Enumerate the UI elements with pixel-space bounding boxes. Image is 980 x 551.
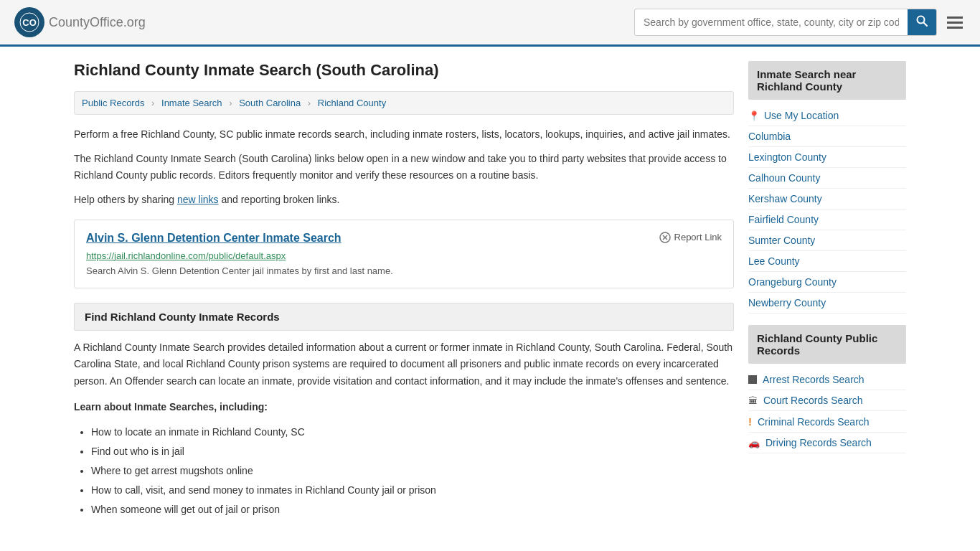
sidebar-arrest-records: Arrest Records Search xyxy=(748,369,906,390)
logo-icon: CO xyxy=(14,7,44,37)
bullet-list: How to locate an inmate in Richland Coun… xyxy=(91,425,734,517)
sidebar-item-kershaw-county: Kershaw County xyxy=(748,189,906,209)
sidebar-item-lexington-county: Lexington County xyxy=(748,147,906,168)
driving-icon: 🚗 xyxy=(748,438,760,448)
sidebar-public-records-links: Arrest Records Search 🏛 Court Records Se… xyxy=(748,369,906,453)
link-card: Alvin S. Glenn Detention Center Inmate S… xyxy=(74,220,734,288)
link-card-description: Search Alvin S. Glenn Detention Center j… xyxy=(86,265,722,276)
sidebar-item-fairfield-county: Fairfield County xyxy=(748,209,906,230)
court-icon: 🏛 xyxy=(748,395,758,406)
arrest-icon xyxy=(748,375,757,384)
sidebar-item-sumter-county: Sumter County xyxy=(748,230,906,251)
content-area: Richland County Inmate Search (South Car… xyxy=(74,61,734,522)
sidebar: Inmate Search near Richland County 📍 Use… xyxy=(748,61,906,522)
breadcrumb-richland-county[interactable]: Richland County xyxy=(318,98,386,108)
page-title: Richland County Inmate Search (South Car… xyxy=(74,61,734,80)
logo-area: CO CountyOffice.org xyxy=(14,7,146,37)
sidebar-nearby-title: Inmate Search near Richland County xyxy=(748,61,906,100)
sidebar-nearby-links: 📍 Use My Location Columbia Lexington Cou… xyxy=(748,105,906,314)
svg-line-3 xyxy=(923,22,927,26)
location-pin-icon: 📍 xyxy=(748,110,760,121)
list-item: How to locate an inmate in Richland Coun… xyxy=(91,425,734,440)
list-item: How to call, visit, and send money to in… xyxy=(91,483,734,498)
breadcrumb-south-carolina[interactable]: South Carolina xyxy=(239,98,301,108)
sidebar-criminal-records: ! Criminal Records Search xyxy=(748,411,906,433)
report-icon xyxy=(659,232,671,243)
list-item: When someone will get out of jail or pri… xyxy=(91,502,734,517)
breadcrumb: Public Records › Inmate Search › South C… xyxy=(74,91,734,115)
page-header: CO CountyOffice.org xyxy=(0,0,980,47)
sidebar-item-lee-county: Lee County xyxy=(748,251,906,272)
sidebar-driving-records: 🚗 Driving Records Search xyxy=(748,433,906,453)
link-card-title[interactable]: Alvin S. Glenn Detention Center Inmate S… xyxy=(86,232,341,245)
description-para2: The Richland County Inmate Search (South… xyxy=(74,151,734,183)
link-card-url[interactable]: https://jail.richlandonline.com/public/d… xyxy=(86,250,722,261)
main-container: Richland County Inmate Search (South Car… xyxy=(60,47,920,536)
breadcrumb-public-records[interactable]: Public Records xyxy=(82,98,144,108)
list-item: Find out who is in jail xyxy=(91,444,734,459)
logo-text: CountyOffice.org xyxy=(49,15,146,30)
search-button[interactable] xyxy=(908,9,936,35)
inmate-records-intro: A Richland County Inmate Search provides… xyxy=(74,339,734,390)
search-input[interactable] xyxy=(635,11,908,34)
new-links-link[interactable]: new links xyxy=(177,194,219,205)
sidebar-item-newberry-county: Newberry County xyxy=(748,293,906,314)
list-item: Where to get arrest mugshots online xyxy=(91,463,734,479)
description-para1: Perform a free Richland County, SC publi… xyxy=(74,126,734,142)
report-link-button[interactable]: Report Link xyxy=(659,232,722,243)
sidebar-item-orangeburg-county: Orangeburg County xyxy=(748,272,906,293)
description-para3: Help others by sharing new links and rep… xyxy=(74,192,734,207)
sidebar-public-records-title: Richland County Public Records xyxy=(748,325,906,364)
sidebar-item-calhoun-county: Calhoun County xyxy=(748,168,906,189)
header-right xyxy=(634,9,966,36)
criminal-icon: ! xyxy=(748,415,752,428)
sidebar-court-records: 🏛 Court Records Search xyxy=(748,390,906,411)
hamburger-menu-button[interactable] xyxy=(944,14,966,32)
search-bar xyxy=(634,9,937,36)
sidebar-use-location: 📍 Use My Location xyxy=(748,105,906,126)
sidebar-item-columbia: Columbia xyxy=(748,126,906,147)
learn-label: Learn about Inmate Searches, including: xyxy=(74,399,734,416)
svg-text:CO: CO xyxy=(22,17,37,28)
breadcrumb-inmate-search[interactable]: Inmate Search xyxy=(161,98,222,108)
find-records-section-title: Find Richland County Inmate Records xyxy=(74,303,734,331)
